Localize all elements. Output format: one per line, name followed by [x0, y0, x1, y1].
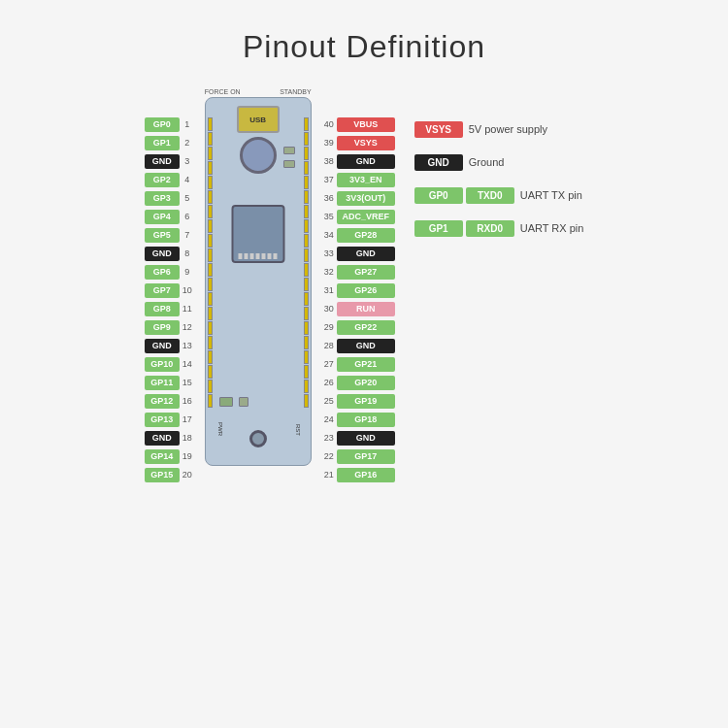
- legend-row: GP1RXD0UART RX pin: [414, 215, 584, 242]
- right-pin-row: 40VBUS: [321, 116, 395, 133]
- pin-label: GP8: [145, 302, 180, 316]
- pin-label: GP7: [145, 283, 180, 298]
- rst-label: RST: [295, 424, 301, 436]
- pin-label: GND: [337, 339, 395, 353]
- pin-label: GP9: [145, 320, 180, 335]
- left-pin-row: GND18: [145, 429, 195, 447]
- edge-pin: [304, 234, 309, 248]
- pin-label: GP0: [145, 117, 180, 132]
- legend-description: Ground: [469, 156, 505, 168]
- edge-pin: [208, 292, 213, 306]
- edge-pin: [304, 147, 309, 160]
- edge-pin: [208, 394, 213, 408]
- edge-pin: [208, 219, 213, 233]
- pin-number: 40: [321, 119, 337, 129]
- pin-number: 9: [180, 267, 195, 277]
- pin-number: 37: [321, 175, 337, 184]
- board-right-edge-pins: [304, 117, 309, 408]
- pin-label: ADC_VREF: [337, 210, 395, 224]
- pin-number: 29: [321, 322, 337, 332]
- standby-label: STANDBY: [280, 88, 312, 95]
- edge-pin: [304, 278, 309, 291]
- force-on-label: FORCE ON: [205, 88, 241, 95]
- pin-label: GND: [337, 247, 395, 261]
- edge-pin: [304, 205, 309, 218]
- pin-label: GP22: [337, 320, 395, 335]
- right-pin-row: 38GND: [321, 152, 395, 170]
- edge-pin: [208, 321, 213, 335]
- pwr-label: PWR: [217, 422, 223, 436]
- pin-number: 7: [180, 230, 195, 240]
- edge-pin: [208, 176, 213, 189]
- pin-number: 30: [321, 304, 337, 314]
- legend-description: UART TX pin: [520, 189, 582, 201]
- right-pin-row: 363V3(OUT): [321, 189, 395, 207]
- left-pins-column: GP01GP12GND3GP24GP35GP46GP57GND8GP69GP71…: [145, 88, 195, 484]
- left-pin-row: GP69: [145, 263, 195, 281]
- legend-description: UART RX pin: [520, 222, 584, 234]
- edge-pin: [304, 248, 309, 262]
- pin-label: GND: [145, 154, 180, 169]
- left-pin-row: GND3: [145, 152, 195, 170]
- pin-number: 10: [180, 285, 195, 295]
- chip-pin: [274, 253, 278, 259]
- edge-pin: [208, 350, 213, 364]
- pin-number: 33: [321, 248, 337, 258]
- pin-number: 35: [321, 212, 337, 221]
- pin-label: GP14: [145, 449, 180, 464]
- pin-number: 1: [180, 119, 195, 129]
- edge-pin: [208, 234, 213, 248]
- small-component-1: [283, 147, 295, 154]
- left-pin-row: GP57: [145, 226, 195, 244]
- left-pin-row: GP24: [145, 171, 195, 188]
- right-pin-row: 25GP19: [321, 392, 395, 410]
- pin-number: 39: [321, 138, 337, 148]
- pin-number: 3: [180, 156, 195, 166]
- edge-pin: [304, 219, 309, 233]
- board-left-edge-pins: [208, 117, 213, 408]
- pin-label: GP16: [337, 468, 395, 482]
- left-pin-row: GP01: [145, 116, 195, 133]
- pin-number: 31: [321, 285, 337, 295]
- chip-pin: [268, 253, 272, 259]
- edge-pin: [208, 147, 213, 160]
- edge-pin: [304, 292, 309, 306]
- usb-label: USB: [249, 116, 266, 124]
- right-pin-row: 21GP16: [321, 466, 395, 483]
- pin-number: 34: [321, 230, 337, 240]
- pin-label: GP6: [145, 265, 180, 280]
- right-pin-row: 373V3_EN: [321, 171, 395, 188]
- right-pin-row: 22GP17: [321, 447, 395, 465]
- left-pin-row: GND8: [145, 245, 195, 262]
- pin-label: 3V3(OUT): [337, 191, 395, 206]
- pin-number: 24: [321, 414, 337, 424]
- right-pins-column: 40VBUS39VSYS38GND373V3_EN363V3(OUT)35ADC…: [321, 88, 395, 484]
- edge-pin: [208, 263, 213, 277]
- legend-badge-1: GP0: [414, 187, 463, 204]
- edge-pin: [208, 117, 213, 131]
- pin-number: 6: [180, 212, 195, 221]
- pin-number: 2: [180, 138, 195, 148]
- chip-pin: [250, 253, 254, 259]
- pin-number: 32: [321, 267, 337, 277]
- left-pin-row: GP35: [145, 189, 195, 207]
- pin-number: 28: [321, 341, 337, 350]
- pin-label: GND: [145, 247, 180, 261]
- pin-number: 23: [321, 433, 337, 443]
- pin-label: GND: [145, 431, 180, 446]
- module-chip: [231, 205, 284, 263]
- legend-badge-2: TXD0: [466, 187, 514, 204]
- pin-label: GP17: [337, 449, 395, 464]
- pin-label: GND: [337, 431, 395, 446]
- legend-double-badge: GP1RXD0: [414, 220, 514, 237]
- right-pin-row: 35ADC_VREF: [321, 208, 395, 225]
- edge-pin: [208, 190, 213, 204]
- edge-pin: [208, 132, 213, 146]
- right-pin-row: 39VSYS: [321, 134, 395, 151]
- edge-pin: [208, 278, 213, 291]
- pin-label: GP28: [337, 228, 395, 243]
- pin-number: 22: [321, 451, 337, 461]
- board-image: USB: [205, 97, 312, 466]
- chip-pins: [239, 253, 278, 259]
- pin-label: GP10: [145, 357, 180, 372]
